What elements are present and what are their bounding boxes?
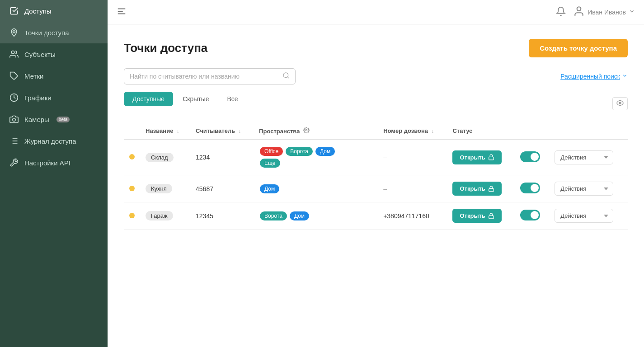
space-tag: Еще bbox=[260, 159, 280, 168]
camera-icon bbox=[9, 114, 19, 124]
space-tag: Office bbox=[260, 147, 283, 156]
svg-line-16 bbox=[287, 77, 289, 78]
table-row: Склад 1234 OfficeВоротаДомЕще – Открыть bbox=[124, 140, 628, 175]
advanced-search-label: Расширенный поиск bbox=[560, 73, 620, 80]
tab-skrytye[interactable]: Скрытые bbox=[174, 92, 217, 106]
tab-vse[interactable]: Все bbox=[219, 92, 247, 106]
col-name-header[interactable]: Название ↓ bbox=[140, 122, 190, 140]
svg-point-0 bbox=[13, 31, 15, 33]
visibility-toggle-button[interactable] bbox=[612, 97, 628, 110]
col-reader-header[interactable]: Считыватель ↓ bbox=[190, 122, 254, 140]
page-title: Точки доступа bbox=[124, 41, 207, 55]
svg-rect-21 bbox=[489, 216, 494, 218]
sidebar-item-nastrojki[interactable]: Настройки API bbox=[0, 152, 108, 174]
user-name: Иван Иванов bbox=[588, 9, 626, 16]
space-tag: Дом bbox=[260, 184, 279, 193]
header-right: Иван Иванов bbox=[556, 5, 635, 19]
user-area[interactable]: Иван Иванов bbox=[573, 5, 635, 19]
bell-icon[interactable] bbox=[556, 6, 566, 18]
row-reader-cell: 1234 bbox=[190, 140, 254, 175]
svg-point-4 bbox=[13, 118, 16, 122]
sidebar-item-label: Журнал доступа bbox=[24, 137, 76, 145]
row-dialback-cell: – bbox=[378, 175, 447, 202]
user-avatar-icon bbox=[573, 5, 585, 19]
sidebar-item-dostup[interactable]: Доступы bbox=[0, 0, 108, 22]
svg-point-14 bbox=[577, 7, 581, 11]
actions-dropdown[interactable]: Действия bbox=[555, 150, 613, 164]
col-status-header: Статус bbox=[447, 122, 514, 140]
row-name-cell: Гараж bbox=[140, 202, 190, 230]
col-spaces-header[interactable]: Пространства bbox=[254, 122, 378, 140]
sidebar-item-grafiki[interactable]: Графики bbox=[0, 87, 108, 108]
sidebar-item-subekty[interactable]: Субъекты bbox=[0, 43, 108, 65]
search-input[interactable] bbox=[130, 73, 279, 80]
page-header: Точки доступа Создать точку доступа bbox=[124, 39, 628, 57]
chevron-down-icon-advanced bbox=[622, 73, 628, 80]
tag-icon bbox=[9, 71, 19, 81]
sort-reader-icon: ↓ bbox=[239, 128, 241, 134]
chevron-down-icon bbox=[629, 8, 635, 16]
sidebar-item-label: Доступы bbox=[24, 7, 52, 15]
name-chip: Склад bbox=[146, 153, 174, 162]
access-points-table: Название ↓ Считыватель ↓ Пространства bbox=[124, 122, 628, 230]
open-button[interactable]: Открыть bbox=[452, 182, 501, 196]
beta-badge: beta bbox=[56, 117, 70, 122]
row-open-cell: Открыть bbox=[447, 175, 514, 202]
status-toggle[interactable] bbox=[520, 151, 540, 162]
map-pin-icon bbox=[9, 28, 19, 38]
users-icon bbox=[9, 49, 19, 59]
row-spaces-cell: ВоротаДом bbox=[254, 202, 378, 230]
row-spaces-cell: Дом bbox=[254, 175, 378, 202]
header-left bbox=[117, 6, 127, 18]
space-tag: Ворота bbox=[286, 147, 313, 156]
row-toggle-cell bbox=[515, 202, 550, 230]
status-dot bbox=[129, 186, 135, 191]
status-dot bbox=[129, 154, 135, 159]
sidebar-item-label: Точки доступа bbox=[24, 29, 69, 37]
row-open-cell: Открыть bbox=[447, 202, 514, 230]
spaces-gear-icon[interactable] bbox=[303, 128, 310, 135]
row-actions-cell: Действия bbox=[549, 202, 628, 230]
svg-rect-19 bbox=[489, 157, 494, 159]
tab-dostupnye[interactable]: Доступные bbox=[124, 92, 173, 106]
row-open-cell: Открыть bbox=[447, 140, 514, 175]
menu-icon[interactable] bbox=[117, 6, 127, 18]
search-icon bbox=[282, 72, 290, 81]
status-dot bbox=[129, 213, 135, 218]
actions-dropdown[interactable]: Действия bbox=[555, 209, 613, 223]
sidebar-item-kamery[interactable]: Камеры beta bbox=[0, 108, 108, 130]
sidebar-item-label: Камеры bbox=[24, 116, 49, 123]
col-dialback-header[interactable]: Номер дозвона ↓ bbox=[378, 122, 447, 140]
space-tag: Ворота bbox=[260, 211, 287, 220]
sort-name-icon: ↓ bbox=[177, 128, 179, 134]
row-toggle-cell bbox=[515, 175, 550, 202]
search-row: Расширенный поиск bbox=[124, 68, 628, 84]
row-dialback-cell: – bbox=[378, 140, 447, 175]
row-name-cell: Кухня bbox=[140, 175, 190, 202]
row-reader-cell: 12345 bbox=[190, 202, 254, 230]
open-button[interactable]: Открыть bbox=[452, 209, 501, 223]
advanced-search-link[interactable]: Расширенный поиск bbox=[560, 73, 628, 80]
status-toggle[interactable] bbox=[520, 183, 540, 193]
sidebar-item-label: Метки bbox=[24, 72, 43, 80]
actions-dropdown[interactable]: Действия bbox=[555, 182, 613, 196]
row-dot-cell bbox=[124, 202, 140, 230]
create-access-point-button[interactable]: Создать точку доступа bbox=[529, 39, 628, 57]
svg-rect-20 bbox=[489, 188, 494, 191]
sidebar-item-jurnal[interactable]: Журнал доступа bbox=[0, 130, 108, 152]
sidebar: Доступы Точки доступа Субъекты Метки Гра… bbox=[0, 0, 108, 347]
wrench-icon bbox=[9, 158, 19, 168]
list-icon bbox=[9, 136, 19, 146]
svg-point-17 bbox=[619, 102, 621, 104]
open-button[interactable]: Открыть bbox=[452, 150, 501, 164]
space-tag: Дом bbox=[290, 211, 309, 220]
col-actions-header bbox=[515, 122, 550, 140]
row-name-cell: Склад bbox=[140, 140, 190, 175]
sidebar-item-metki[interactable]: Метки bbox=[0, 65, 108, 87]
name-chip: Кухня bbox=[146, 184, 172, 193]
space-tag: Дом bbox=[315, 147, 335, 156]
sidebar-item-tochki[interactable]: Точки доступа bbox=[0, 22, 108, 43]
sidebar-item-label: Настройки API bbox=[24, 159, 71, 167]
status-toggle[interactable] bbox=[520, 210, 540, 220]
sidebar-item-label: Графики bbox=[24, 94, 52, 102]
